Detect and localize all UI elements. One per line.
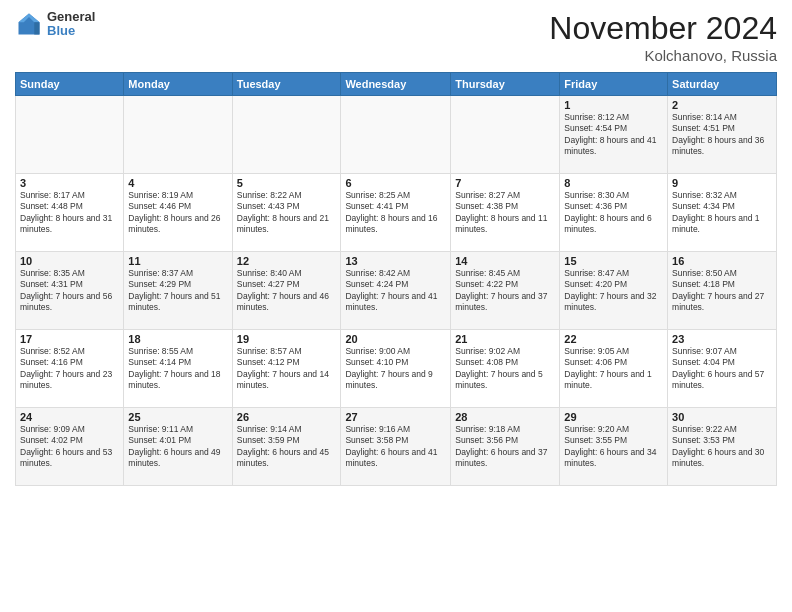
day-number: 1: [564, 99, 663, 111]
day-number: 7: [455, 177, 555, 189]
day-number: 25: [128, 411, 227, 423]
table-row: [341, 96, 451, 174]
table-row: [451, 96, 560, 174]
table-row: 8Sunrise: 8:30 AMSunset: 4:36 PMDaylight…: [560, 174, 668, 252]
day-info: Sunrise: 9:02 AMSunset: 4:08 PMDaylight:…: [455, 346, 555, 392]
day-info: Sunrise: 9:05 AMSunset: 4:06 PMDaylight:…: [564, 346, 663, 392]
day-info: Sunrise: 9:14 AMSunset: 3:59 PMDaylight:…: [237, 424, 337, 470]
calendar-header: Sunday Monday Tuesday Wednesday Thursday…: [16, 73, 777, 96]
table-row: [124, 96, 232, 174]
day-info: Sunrise: 9:20 AMSunset: 3:55 PMDaylight:…: [564, 424, 663, 470]
table-row: 21Sunrise: 9:02 AMSunset: 4:08 PMDayligh…: [451, 330, 560, 408]
col-wednesday: Wednesday: [341, 73, 451, 96]
day-number: 6: [345, 177, 446, 189]
header-row: Sunday Monday Tuesday Wednesday Thursday…: [16, 73, 777, 96]
col-tuesday: Tuesday: [232, 73, 341, 96]
table-row: 28Sunrise: 9:18 AMSunset: 3:56 PMDayligh…: [451, 408, 560, 486]
table-row: 11Sunrise: 8:37 AMSunset: 4:29 PMDayligh…: [124, 252, 232, 330]
day-number: 4: [128, 177, 227, 189]
day-info: Sunrise: 9:09 AMSunset: 4:02 PMDaylight:…: [20, 424, 119, 470]
col-saturday: Saturday: [668, 73, 777, 96]
logo-general-text: General: [47, 10, 95, 24]
calendar-week-4: 17Sunrise: 8:52 AMSunset: 4:16 PMDayligh…: [16, 330, 777, 408]
table-row: 7Sunrise: 8:27 AMSunset: 4:38 PMDaylight…: [451, 174, 560, 252]
day-info: Sunrise: 9:18 AMSunset: 3:56 PMDaylight:…: [455, 424, 555, 470]
day-number: 20: [345, 333, 446, 345]
col-monday: Monday: [124, 73, 232, 96]
day-info: Sunrise: 8:47 AMSunset: 4:20 PMDaylight:…: [564, 268, 663, 314]
table-row: 22Sunrise: 9:05 AMSunset: 4:06 PMDayligh…: [560, 330, 668, 408]
header: General Blue November 2024 Kolchanovo, R…: [15, 10, 777, 64]
table-row: 10Sunrise: 8:35 AMSunset: 4:31 PMDayligh…: [16, 252, 124, 330]
day-info: Sunrise: 8:14 AMSunset: 4:51 PMDaylight:…: [672, 112, 772, 158]
table-row: 12Sunrise: 8:40 AMSunset: 4:27 PMDayligh…: [232, 252, 341, 330]
table-row: 25Sunrise: 9:11 AMSunset: 4:01 PMDayligh…: [124, 408, 232, 486]
calendar-body: 1Sunrise: 8:12 AMSunset: 4:54 PMDaylight…: [16, 96, 777, 486]
table-row: 24Sunrise: 9:09 AMSunset: 4:02 PMDayligh…: [16, 408, 124, 486]
day-info: Sunrise: 8:25 AMSunset: 4:41 PMDaylight:…: [345, 190, 446, 236]
day-info: Sunrise: 8:19 AMSunset: 4:46 PMDaylight:…: [128, 190, 227, 236]
day-number: 17: [20, 333, 119, 345]
day-number: 23: [672, 333, 772, 345]
day-number: 21: [455, 333, 555, 345]
table-row: 14Sunrise: 8:45 AMSunset: 4:22 PMDayligh…: [451, 252, 560, 330]
day-number: 24: [20, 411, 119, 423]
table-row: 26Sunrise: 9:14 AMSunset: 3:59 PMDayligh…: [232, 408, 341, 486]
table-row: [16, 96, 124, 174]
day-info: Sunrise: 8:22 AMSunset: 4:43 PMDaylight:…: [237, 190, 337, 236]
day-info: Sunrise: 9:16 AMSunset: 3:58 PMDaylight:…: [345, 424, 446, 470]
day-info: Sunrise: 8:35 AMSunset: 4:31 PMDaylight:…: [20, 268, 119, 314]
col-friday: Friday: [560, 73, 668, 96]
day-number: 13: [345, 255, 446, 267]
table-row: [232, 96, 341, 174]
day-number: 16: [672, 255, 772, 267]
table-row: 9Sunrise: 8:32 AMSunset: 4:34 PMDaylight…: [668, 174, 777, 252]
day-number: 15: [564, 255, 663, 267]
day-info: Sunrise: 8:45 AMSunset: 4:22 PMDaylight:…: [455, 268, 555, 314]
day-info: Sunrise: 8:50 AMSunset: 4:18 PMDaylight:…: [672, 268, 772, 314]
table-row: 20Sunrise: 9:00 AMSunset: 4:10 PMDayligh…: [341, 330, 451, 408]
day-number: 29: [564, 411, 663, 423]
day-number: 2: [672, 99, 772, 111]
table-row: 3Sunrise: 8:17 AMSunset: 4:48 PMDaylight…: [16, 174, 124, 252]
logo-blue-text: Blue: [47, 24, 95, 38]
day-number: 19: [237, 333, 337, 345]
day-number: 3: [20, 177, 119, 189]
day-info: Sunrise: 8:57 AMSunset: 4:12 PMDaylight:…: [237, 346, 337, 392]
month-title: November 2024: [549, 10, 777, 47]
day-info: Sunrise: 8:55 AMSunset: 4:14 PMDaylight:…: [128, 346, 227, 392]
day-number: 14: [455, 255, 555, 267]
day-info: Sunrise: 8:40 AMSunset: 4:27 PMDaylight:…: [237, 268, 337, 314]
logo-icon: [15, 10, 43, 38]
calendar-week-1: 1Sunrise: 8:12 AMSunset: 4:54 PMDaylight…: [16, 96, 777, 174]
table-row: 29Sunrise: 9:20 AMSunset: 3:55 PMDayligh…: [560, 408, 668, 486]
table-row: 17Sunrise: 8:52 AMSunset: 4:16 PMDayligh…: [16, 330, 124, 408]
day-number: 27: [345, 411, 446, 423]
table-row: 4Sunrise: 8:19 AMSunset: 4:46 PMDaylight…: [124, 174, 232, 252]
table-row: 15Sunrise: 8:47 AMSunset: 4:20 PMDayligh…: [560, 252, 668, 330]
svg-marker-2: [34, 23, 39, 35]
table-row: 27Sunrise: 9:16 AMSunset: 3:58 PMDayligh…: [341, 408, 451, 486]
table-row: 5Sunrise: 8:22 AMSunset: 4:43 PMDaylight…: [232, 174, 341, 252]
table-row: 19Sunrise: 8:57 AMSunset: 4:12 PMDayligh…: [232, 330, 341, 408]
calendar-table: Sunday Monday Tuesday Wednesday Thursday…: [15, 72, 777, 486]
day-number: 28: [455, 411, 555, 423]
calendar-week-3: 10Sunrise: 8:35 AMSunset: 4:31 PMDayligh…: [16, 252, 777, 330]
day-info: Sunrise: 8:32 AMSunset: 4:34 PMDaylight:…: [672, 190, 772, 236]
logo-text: General Blue: [47, 10, 95, 39]
col-thursday: Thursday: [451, 73, 560, 96]
day-info: Sunrise: 9:11 AMSunset: 4:01 PMDaylight:…: [128, 424, 227, 470]
location-text: Kolchanovo, Russia: [549, 47, 777, 64]
day-number: 12: [237, 255, 337, 267]
day-info: Sunrise: 8:27 AMSunset: 4:38 PMDaylight:…: [455, 190, 555, 236]
table-row: 2Sunrise: 8:14 AMSunset: 4:51 PMDaylight…: [668, 96, 777, 174]
day-info: Sunrise: 8:17 AMSunset: 4:48 PMDaylight:…: [20, 190, 119, 236]
day-number: 18: [128, 333, 227, 345]
day-info: Sunrise: 9:00 AMSunset: 4:10 PMDaylight:…: [345, 346, 446, 392]
day-number: 8: [564, 177, 663, 189]
day-number: 10: [20, 255, 119, 267]
calendar-page: General Blue November 2024 Kolchanovo, R…: [0, 0, 792, 612]
table-row: 18Sunrise: 8:55 AMSunset: 4:14 PMDayligh…: [124, 330, 232, 408]
day-info: Sunrise: 8:52 AMSunset: 4:16 PMDaylight:…: [20, 346, 119, 392]
day-number: 9: [672, 177, 772, 189]
